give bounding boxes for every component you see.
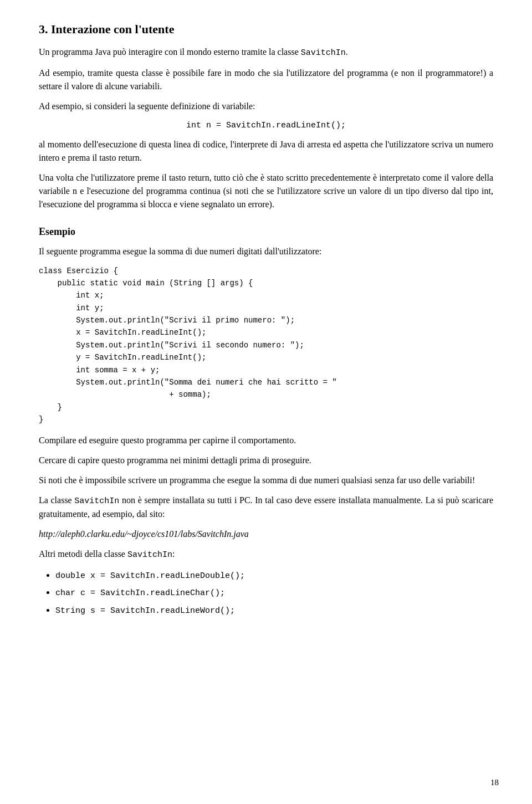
para1: Un programma Java può interagire con il … [39, 45, 493, 60]
para1-end: . [346, 47, 348, 57]
para9: La classe SavitchIn non è sempre install… [39, 494, 493, 521]
savitchin-inline-1: SavitchIn [301, 48, 346, 58]
para6: Compilare ed eseguire questo programma p… [39, 434, 493, 447]
para3: Ad esempio, si consideri la seguente def… [39, 100, 493, 113]
savitchin-inline-3: SavitchIn [127, 550, 172, 560]
para1-text: Un programma Java può interagire con il … [39, 47, 301, 57]
para10-text: Altri metodi della classe [39, 549, 127, 559]
para5: Una volta che l'utilizzatore preme il ta… [39, 171, 493, 211]
bullet3-text: String s = SavitchIn.readLineWord(); [55, 606, 235, 616]
para7: Cercare di capire questo programma nei m… [39, 454, 493, 467]
savitchin-inline-2: SavitchIn [74, 496, 119, 506]
para10: Altri metodi della classe SavitchIn: [39, 547, 493, 562]
para8: Si noti che è impossibile scrivere un pr… [39, 474, 493, 487]
page-number: 18 [490, 778, 499, 787]
list-item-2: char c = SavitchIn.readLineChar(); [55, 586, 493, 600]
para9-link: http://aleph0.clarku.edu/~djoyce/cs101/l… [39, 528, 493, 541]
code-block-main: class Esercizio { public static void mai… [39, 265, 493, 426]
bullet2-text: char c = SavitchIn.readLineChar(); [55, 588, 225, 598]
bullet1-text: double x = SavitchIn.readLineDouble(); [55, 571, 245, 581]
code-center-block: int n = SavitchIn.readLineInt(); [39, 121, 493, 130]
para4: al momento dell'esecuzione di questa lin… [39, 138, 493, 165]
para2: Ad esempio, tramite questa classe è poss… [39, 66, 493, 93]
para10-end: : [172, 549, 175, 559]
link-text: http://aleph0.clarku.edu/~djoyce/cs101/l… [39, 529, 249, 539]
list-item-1: double x = SavitchIn.readLineDouble(); [55, 569, 493, 583]
example-desc: Il seguente programma esegue la somma di… [39, 245, 493, 258]
methods-list: double x = SavitchIn.readLineDouble(); c… [55, 569, 493, 618]
para9-start: La classe [39, 495, 74, 505]
example-title: Esempio [39, 224, 493, 239]
page-heading: 3. Interazione con l'utente [39, 22, 493, 37]
list-item-3: String s = SavitchIn.readLineWord(); [55, 603, 493, 618]
